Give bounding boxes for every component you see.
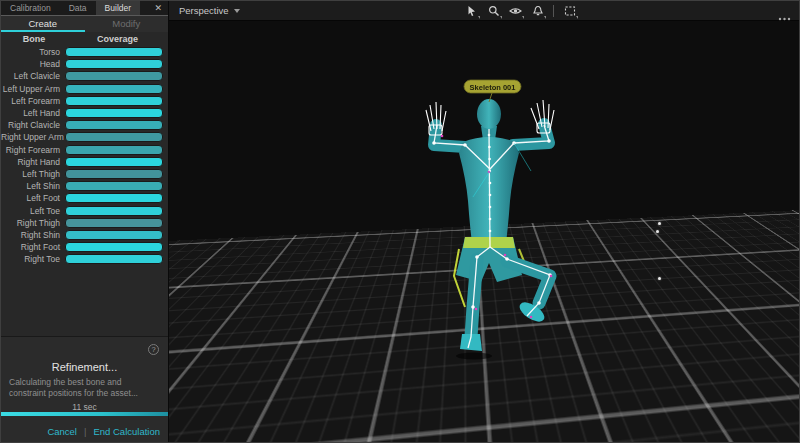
column-coverage: Coverage xyxy=(67,34,168,44)
status-marker-count: 68 Markers xyxy=(734,411,787,424)
builder-sidebar: Calibration Data Builder ✕ Create Modify… xyxy=(1,1,169,442)
bone-label: Left Upper Arm xyxy=(1,84,65,94)
marquee-icon[interactable] xyxy=(563,5,576,18)
bone-row: Left Foot xyxy=(1,192,168,204)
bone-label: Head xyxy=(1,59,65,69)
zoom-icon[interactable] xyxy=(487,5,500,18)
tab-data[interactable]: Data xyxy=(60,1,96,15)
bone-label: Right Hand xyxy=(1,157,65,167)
axis-x-red xyxy=(192,414,216,419)
eye-icon[interactable] xyxy=(509,5,522,18)
coverage-bar xyxy=(65,84,163,94)
chevron-down-icon xyxy=(234,9,240,13)
application-window: Calibration Data Builder ✕ Create Modify… xyxy=(0,0,800,443)
tab-modify[interactable]: Modify xyxy=(85,16,169,32)
refinement-progress-bar xyxy=(1,412,168,416)
bone-row: Right Foot xyxy=(1,241,168,253)
bone-label: Right Foot xyxy=(1,242,65,252)
bone-row: Left Clavicle xyxy=(1,70,168,82)
coverage-bar xyxy=(65,169,163,179)
skeleton-label-text: Skeleton 001 xyxy=(470,83,516,92)
bone-row: Left Hand xyxy=(1,107,168,119)
coverage-bar xyxy=(65,71,163,81)
coverage-bar xyxy=(65,206,163,216)
coverage-bar xyxy=(65,230,163,240)
cursor-icon[interactable] xyxy=(465,5,478,18)
marker-dot xyxy=(656,230,659,233)
bone-row: Right Clavicle xyxy=(1,119,168,131)
skeleton-label-pill[interactable]: Skeleton 001 xyxy=(464,80,521,102)
sidebar-spacer xyxy=(1,265,168,336)
status-selected-count: 0 Selected xyxy=(734,424,787,437)
tool-group xyxy=(465,1,576,21)
refinement-title: Refinement... xyxy=(1,361,168,373)
marker-dot xyxy=(658,222,661,225)
bone-row: Left Toe xyxy=(1,204,168,216)
coverage-bar xyxy=(65,47,163,57)
end-calculation-button[interactable]: End Calculation xyxy=(93,426,160,437)
bone-label: Left Foot xyxy=(1,193,65,203)
scene-canvas[interactable]: Skeleton 001 Skeleton 001 68 Markers 0 S… xyxy=(169,21,799,442)
bone-row: Head xyxy=(1,58,168,70)
bone-row: Right Hand xyxy=(1,156,168,168)
bone-label: Left Shin xyxy=(1,181,65,191)
refinement-elapsed-time: 11 sec xyxy=(1,402,168,412)
bone-label: Left Toe xyxy=(1,206,65,216)
bone-label: Left Clavicle xyxy=(1,71,65,81)
coverage-bar xyxy=(65,108,163,118)
bone-row: Right Toe xyxy=(1,253,168,265)
bone-row: Left Shin xyxy=(1,180,168,192)
bone-label: Right Forearm xyxy=(1,145,65,155)
bone-label: Right Shin xyxy=(1,230,65,240)
sidebar-tabbar: Calibration Data Builder ✕ xyxy=(1,1,168,15)
bone-row: Left Upper Arm xyxy=(1,83,168,95)
bone-row: Left Forearm xyxy=(1,95,168,107)
skeleton-actor[interactable]: Skeleton 001 xyxy=(381,79,591,371)
bone-row: Torso xyxy=(1,46,168,58)
viewport-toolbar: Perspective xyxy=(169,1,799,21)
bone-row: Left Thigh xyxy=(1,168,168,180)
coverage-bar xyxy=(65,132,163,142)
coverage-bar xyxy=(65,120,163,130)
axis-gizmo xyxy=(185,390,221,422)
coverage-bar xyxy=(65,59,163,69)
coverage-bar xyxy=(65,254,163,264)
tab-calibration[interactable]: Calibration xyxy=(1,1,60,15)
tab-create[interactable]: Create xyxy=(1,16,85,32)
refinement-description: Calculating the best bone and constraint… xyxy=(1,377,168,399)
axis-z-blue xyxy=(188,414,193,418)
viewport-3d: Perspective xyxy=(169,1,799,442)
bone-coverage-list: Torso Head Left Clavicle Left Upper Arm … xyxy=(1,45,168,265)
coverage-bar xyxy=(65,242,163,252)
coverage-bar xyxy=(65,181,163,191)
view-mode-dropdown[interactable]: Perspective xyxy=(179,5,240,16)
ground-shadow xyxy=(456,353,492,360)
coverage-bar xyxy=(65,157,163,167)
bone-label: Torso xyxy=(1,47,65,57)
bone-row: Right Thigh xyxy=(1,217,168,229)
tab-builder[interactable]: Builder xyxy=(96,1,140,15)
coverage-bar xyxy=(65,193,163,203)
bone-label: Right Upper Arm xyxy=(1,132,65,142)
bone-label: Left Thigh xyxy=(1,169,65,179)
bone-row: Right Forearm xyxy=(1,144,168,156)
create-modify-tabs: Create Modify xyxy=(1,15,168,32)
close-icon[interactable]: ✕ xyxy=(148,1,168,15)
column-bone: Bone xyxy=(1,34,67,44)
bone-row: Right Shin xyxy=(1,229,168,241)
view-mode-label: Perspective xyxy=(179,5,229,16)
cancel-button[interactable]: Cancel xyxy=(47,426,77,437)
help-icon[interactable]: ? xyxy=(148,344,159,355)
bell-icon[interactable] xyxy=(531,5,544,18)
status-asset-name: Skeleton 001 xyxy=(734,399,787,412)
bone-label: Right Toe xyxy=(1,254,65,264)
coverage-bar xyxy=(65,96,163,106)
marker-dot xyxy=(658,277,661,280)
refinement-panel: ? Refinement... Calculating the best bon… xyxy=(1,336,168,442)
selection-status: Skeleton 001 68 Markers 0 Selected xyxy=(734,399,787,437)
toolbar-divider xyxy=(553,5,554,17)
coverage-bar xyxy=(65,218,163,228)
bone-label: Left Forearm xyxy=(1,96,65,106)
refinement-actions: Cancel | End Calculation xyxy=(47,426,160,437)
action-separator: | xyxy=(84,426,86,437)
